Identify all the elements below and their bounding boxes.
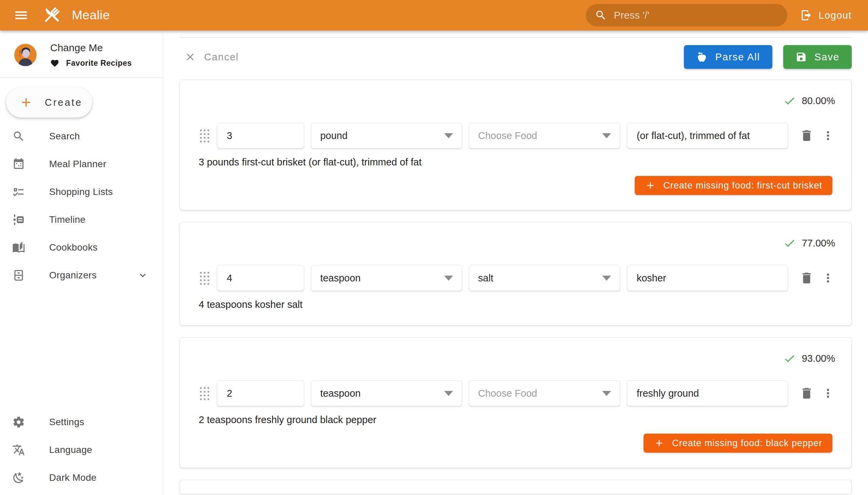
logout-icon: [800, 9, 812, 21]
delete-button[interactable]: [797, 268, 816, 288]
note-input[interactable]: [636, 130, 779, 142]
parser-toolbar: Cancel Parse All Save: [180, 45, 852, 69]
book-open-icon: [12, 241, 25, 254]
cancel-button[interactable]: Cancel: [180, 51, 243, 63]
unit-select-value: teaspoon: [320, 273, 360, 284]
gear-icon: [12, 416, 25, 429]
create-missing-food-button[interactable]: Create missing food: black pepper: [644, 433, 832, 453]
sidebar: Change Me Favorite Recipes Create: [0, 31, 163, 495]
menu-down-icon: [444, 133, 453, 138]
more-options-button[interactable]: [818, 126, 838, 146]
food-select[interactable]: salt: [469, 265, 620, 291]
profile-texts: Change Me Favorite Recipes: [50, 42, 132, 68]
parse-all-label: Parse All: [715, 52, 760, 63]
sidebar-item-language[interactable]: Language: [0, 436, 163, 464]
user-profile[interactable]: Change Me Favorite Recipes: [0, 31, 163, 77]
check-icon: [783, 95, 796, 107]
sidebar-item-dark-mode[interactable]: Dark Mode: [0, 464, 163, 492]
create-missing-food-label: Create missing food: first-cut brisket: [663, 181, 822, 191]
sidebar-item-meal-planner[interactable]: Meal Planner: [0, 150, 163, 178]
drag-handle-icon[interactable]: [199, 271, 209, 286]
logout-label: Logout: [818, 10, 852, 21]
plus-icon: [654, 438, 665, 448]
note-field[interactable]: [627, 123, 788, 149]
silverware-logo-icon: [41, 4, 62, 26]
unit-select[interactable]: teaspoon: [311, 265, 462, 291]
sidebar-nav: Search Meal Planner Shopping Lists Timel…: [0, 122, 163, 289]
note-input[interactable]: [636, 388, 779, 399]
sidebar-item-cookbooks[interactable]: Cookbooks: [0, 234, 163, 261]
confidence-value: 93.00%: [802, 353, 835, 364]
quantity-input[interactable]: [226, 272, 295, 284]
sidebar-item-label: Organizers: [49, 270, 97, 281]
menu-down-icon: [602, 276, 611, 281]
calendar-icon: [12, 158, 25, 171]
ingredient-cards: 80.00% pound Choose Food: [180, 80, 852, 494]
app-window: Mealie Logout: [0, 0, 868, 495]
create-missing-food-button[interactable]: Create missing food: first-cut brisket: [635, 176, 832, 195]
app-title: Mealie: [72, 8, 110, 22]
sidebar-item-shopping-lists[interactable]: Shopping Lists: [0, 178, 163, 206]
cancel-label: Cancel: [204, 52, 239, 63]
sidebar-item-label: Settings: [49, 417, 84, 428]
food-select-value: Choose Food: [478, 130, 537, 141]
sidebar-item-search[interactable]: Search: [0, 122, 163, 150]
ingredient-card-partial: [180, 480, 852, 494]
content-top-divider: [180, 37, 852, 38]
ingredient-card: 80.00% pound Choose Food: [180, 80, 852, 210]
save-icon: [796, 51, 807, 63]
create-missing-food-label: Create missing food: black pepper: [672, 438, 822, 448]
confidence-row: 77.00%: [180, 237, 835, 250]
sidebar-item-timeline[interactable]: Timeline: [0, 206, 163, 234]
delete-button[interactable]: [797, 383, 816, 403]
sidebar-item-label: Meal Planner: [49, 159, 106, 170]
unit-select[interactable]: teaspoon: [311, 380, 462, 406]
confidence-row: 80.00%: [180, 94, 835, 107]
quantity-input[interactable]: [226, 130, 295, 142]
user-name: Change Me: [50, 42, 132, 54]
note-field[interactable]: [627, 265, 788, 291]
more-options-button[interactable]: [818, 383, 838, 403]
save-button[interactable]: Save: [783, 45, 852, 69]
sidebar-item-label: Language: [49, 444, 92, 455]
quantity-field[interactable]: [217, 123, 305, 149]
food-select[interactable]: Choose Food: [469, 380, 620, 406]
apple-icon: [696, 51, 708, 63]
close-icon: [185, 51, 196, 63]
food-select[interactable]: Choose Food: [469, 123, 620, 149]
main-content: Cancel Parse All Save 80.00%: [164, 31, 868, 495]
logout-button[interactable]: Logout: [798, 6, 854, 25]
menu-icon[interactable]: [12, 6, 31, 25]
note-input[interactable]: [636, 272, 779, 284]
timeline-icon: [12, 213, 25, 226]
note-field[interactable]: [627, 380, 788, 406]
ingredient-card: 93.00% teaspoon Choose Food: [180, 337, 852, 468]
top-navbar: Mealie Logout: [0, 0, 868, 31]
sidebar-item-label: Cookbooks: [49, 242, 98, 253]
sidebar-divider: [0, 77, 163, 78]
original-ingredient-text: 2 teaspoons freshly ground black pepper: [199, 414, 838, 426]
sidebar-item-settings[interactable]: Settings: [0, 408, 163, 436]
quantity-input[interactable]: [226, 388, 295, 399]
save-label: Save: [814, 52, 839, 63]
parse-all-button[interactable]: Parse All: [684, 45, 772, 69]
create-button[interactable]: Create: [6, 87, 92, 118]
quantity-field[interactable]: [217, 380, 305, 406]
more-options-button[interactable]: [818, 268, 838, 288]
unit-select-value: teaspoon: [320, 388, 360, 399]
sidebar-item-organizers[interactable]: Organizers: [0, 261, 163, 289]
chevron-down-icon[interactable]: [137, 270, 149, 281]
drag-handle-icon[interactable]: [199, 128, 209, 143]
drag-handle-icon[interactable]: [199, 386, 209, 401]
food-select-value: Choose Food: [478, 388, 537, 399]
unit-select[interactable]: pound: [311, 123, 462, 149]
global-search[interactable]: [586, 4, 787, 27]
magnify-icon: [12, 130, 25, 143]
delete-button[interactable]: [797, 126, 816, 146]
favorite-recipes-link[interactable]: Favorite Recipes: [50, 59, 132, 68]
confidence-value: 77.00%: [802, 238, 835, 249]
sidebar-item-label: Search: [49, 131, 80, 142]
menu-down-icon: [444, 391, 453, 396]
search-input[interactable]: [613, 9, 785, 21]
quantity-field[interactable]: [217, 265, 305, 291]
